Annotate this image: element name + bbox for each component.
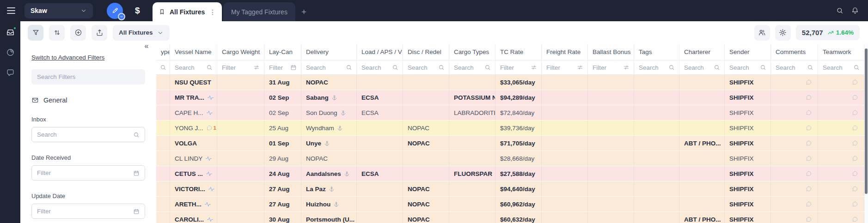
rail-chat-button[interactable] <box>6 68 15 77</box>
column-filter-charterer[interactable] <box>679 60 725 74</box>
teamwork-button[interactable] <box>852 170 858 177</box>
comment-button[interactable] <box>806 186 812 192</box>
column-header-ballast_bonus[interactable]: Ballast Bonus <box>588 44 634 60</box>
column-filter-input[interactable] <box>729 64 757 71</box>
currency-icon[interactable]: $ <box>135 6 140 16</box>
filter-field-inbox[interactable] <box>31 127 145 142</box>
fixture-row[interactable]: CAPE H...02 SepSon DuongECSALABRADORITE$… <box>156 105 864 121</box>
column-filter-cargo_weight[interactable] <box>217 60 264 74</box>
column-filter-comments[interactable] <box>771 60 818 74</box>
column-header-type[interactable]: ype <box>156 44 170 60</box>
teamwork-button[interactable] <box>852 125 858 131</box>
filter-field-input[interactable] <box>37 131 129 138</box>
teamwork-button[interactable] <box>852 140 858 146</box>
column-filter-input[interactable] <box>361 64 389 71</box>
column-filter-ballast_bonus[interactable] <box>588 60 634 74</box>
column-filter-teamwork[interactable] <box>818 60 864 74</box>
teamwork-button[interactable] <box>852 79 858 85</box>
column-filter-freight_rate[interactable] <box>542 60 588 74</box>
column-header-delivery[interactable]: Delivery <box>301 44 357 60</box>
teamwork-button[interactable] <box>852 216 858 223</box>
column-filter-type[interactable] <box>156 60 170 74</box>
column-filter-input[interactable] <box>823 64 850 71</box>
filter-button[interactable] <box>28 25 43 41</box>
teamwork-button[interactable] <box>852 155 858 162</box>
comment-button[interactable] <box>806 140 812 146</box>
column-header-charterer[interactable]: Charterer <box>679 44 725 60</box>
compose-button[interactable] <box>107 3 123 19</box>
column-filter-input[interactable] <box>454 64 482 71</box>
filter-field-input[interactable] <box>37 169 129 176</box>
column-filter-input[interactable] <box>776 64 804 71</box>
search-filters-input[interactable] <box>31 69 145 84</box>
fixture-row[interactable]: VICTORI...27 AugLa PazNOPAC$94,640/daySH… <box>156 181 864 197</box>
column-header-vessel[interactable]: Vessel Name <box>170 44 217 60</box>
column-filter-input[interactable] <box>593 64 620 71</box>
column-filter-cargo_types[interactable] <box>449 60 495 74</box>
collapse-panel-button[interactable]: « <box>141 41 153 51</box>
add-fixture-button[interactable] <box>70 25 86 41</box>
export-button[interactable] <box>92 25 107 41</box>
view-dropdown[interactable]: All Fixtures <box>113 25 170 41</box>
fixture-row[interactable]: MR TRA...02 SepSabangECSAPOTASSIUM NI$94… <box>156 90 864 105</box>
search-icon[interactable] <box>836 7 844 14</box>
fixture-row[interactable]: ARETH...27 AugHuizhouNOPAC$60,962/daySHI… <box>156 197 864 212</box>
filter-field-date-received[interactable] <box>31 165 145 181</box>
comment-button[interactable] <box>806 109 812 116</box>
column-filter-tags[interactable] <box>634 60 679 74</box>
column-filter-input[interactable] <box>639 64 666 71</box>
column-header-load[interactable]: Load / APS / V <box>357 44 403 60</box>
teamwork-button[interactable] <box>852 109 858 116</box>
advanced-filters-link[interactable]: Switch to Advanced Filters <box>31 54 104 61</box>
comment-button[interactable] <box>806 155 812 162</box>
column-filter-input[interactable] <box>269 64 287 71</box>
column-filter-tc_rate[interactable] <box>495 60 542 74</box>
comment-button[interactable] <box>806 201 812 207</box>
tab-all-fixtures[interactable]: All Fixtures ⋮ <box>153 2 222 21</box>
column-header-freight_rate[interactable]: Freight Rate <box>542 44 588 60</box>
bell-icon[interactable] <box>851 7 859 14</box>
tab-my-tagged-fixtures[interactable]: My Tagged Fixtures <box>223 2 295 21</box>
comment-button[interactable] <box>806 125 812 131</box>
column-filter-input[interactable] <box>500 64 528 71</box>
column-header-lay_can[interactable]: Lay-Can <box>264 44 301 60</box>
column-filter-input[interactable] <box>408 64 435 71</box>
menu-icon[interactable] <box>7 7 15 14</box>
filter-field-update-date[interactable] <box>31 204 145 219</box>
column-filter-input[interactable] <box>306 64 343 71</box>
column-header-cargo_weight[interactable]: Cargo Weight <box>217 44 264 60</box>
add-tab-button[interactable]: + <box>301 2 306 21</box>
fixture-row[interactable]: VOLGA01 SepUnyeNOPAC$71,705/dayABT / PHO… <box>156 136 864 151</box>
comment-button[interactable] <box>806 94 812 101</box>
comment-button[interactable] <box>806 79 812 85</box>
comment-button[interactable] <box>806 170 812 177</box>
scrollbar-thumb[interactable] <box>865 48 868 194</box>
column-header-disc[interactable]: Disc / Redel <box>403 44 449 60</box>
teamwork-button[interactable] <box>852 94 858 101</box>
rail-market-button[interactable] <box>6 48 15 57</box>
column-header-tags[interactable]: Tags <box>634 44 679 60</box>
column-filter-sender[interactable] <box>725 60 771 74</box>
column-filter-input[interactable] <box>222 64 251 71</box>
column-header-sender[interactable]: Sender <box>725 44 771 60</box>
column-filter-input[interactable] <box>684 64 711 71</box>
column-filter-load[interactable] <box>357 60 403 74</box>
column-header-teamwork[interactable]: Teamwork <box>818 44 864 60</box>
fixture-row[interactable]: NSU QUEST31 AugNOPAC$33,065/daySHIPFIX <box>156 75 864 90</box>
column-header-cargo_types[interactable]: Cargo Types <box>449 44 495 60</box>
column-filter-lay_can[interactable] <box>264 60 301 74</box>
column-filter-input[interactable] <box>175 64 203 71</box>
fixture-row[interactable]: CETUS ...24 AugAandalsnesECSAFLUORSPAR$2… <box>156 166 864 181</box>
workspace-selector[interactable]: Skaw <box>24 3 93 18</box>
column-header-tc_rate[interactable]: TC Rate <box>495 44 542 60</box>
column-filter-vessel[interactable] <box>170 60 217 74</box>
comment-button[interactable] <box>806 216 812 223</box>
vertical-scrollbar[interactable] <box>864 44 868 223</box>
sort-button[interactable] <box>49 25 65 41</box>
settings-button[interactable] <box>775 25 791 41</box>
column-filter-input[interactable] <box>546 64 574 71</box>
column-filter-delivery[interactable] <box>301 60 357 74</box>
teamwork-button[interactable] <box>852 186 858 192</box>
column-filter-disc[interactable] <box>403 60 449 74</box>
compose-dropdown-badge[interactable] <box>118 13 125 20</box>
